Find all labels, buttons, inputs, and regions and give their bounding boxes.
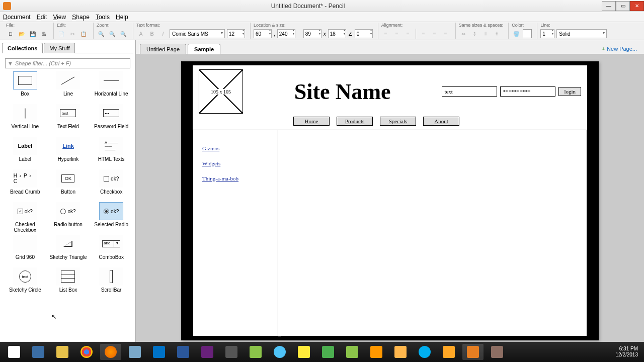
task-dw[interactable]: [317, 344, 339, 360]
canvas-page[interactable]: 105 x 105 Site Name text ********** logi…: [181, 61, 599, 340]
task-app5[interactable]: [438, 344, 459, 360]
image-placeholder[interactable]: 105 x 105: [199, 69, 243, 114]
shape-label[interactable]: Label Label: [4, 137, 46, 167]
shape-selected-radio[interactable]: ok? Selected Radio: [90, 202, 132, 233]
shape-text-field[interactable]: text Text Field: [47, 104, 90, 135]
task-app6[interactable]: [487, 344, 508, 360]
nav-home[interactable]: Home: [293, 117, 330, 126]
task-chrome[interactable]: [76, 344, 97, 360]
task-app4[interactable]: [390, 344, 411, 360]
side-column[interactable]: GizmosWidgetsThing-a-ma-bob: [193, 130, 278, 336]
task-snip[interactable]: [124, 344, 145, 360]
align-bottom-icon[interactable]: ≡: [441, 29, 450, 38]
tab-collections[interactable]: Collections: [2, 43, 43, 53]
same-width-icon[interactable]: ⇔: [459, 29, 468, 38]
menu-document[interactable]: Document: [3, 14, 31, 21]
shape-filter-input[interactable]: ▼ Shape filter... (Ctrl + F): [5, 58, 130, 68]
start-button[interactable]: [4, 344, 25, 360]
site-name-label[interactable]: Site Name: [253, 79, 432, 105]
task-notes[interactable]: [293, 344, 314, 360]
task-vscode[interactable]: [197, 344, 218, 360]
shape-box[interactable]: Box: [4, 71, 46, 102]
task-pencil[interactable]: [462, 344, 484, 360]
username-field[interactable]: text: [442, 86, 497, 97]
color-swatch[interactable]: [523, 29, 532, 38]
shape-scrollbar[interactable]: ScrollBar: [90, 267, 132, 298]
task-firefox[interactable]: [100, 344, 121, 360]
close-button[interactable]: ✕: [630, 1, 644, 11]
menu-help[interactable]: Help: [116, 14, 128, 21]
new-file-icon[interactable]: 🗋: [6, 29, 15, 38]
login-button[interactable]: login: [558, 87, 581, 96]
align-top-icon[interactable]: ≡: [419, 29, 428, 38]
align-middle-icon[interactable]: ≡: [430, 29, 439, 38]
zoom-reset-icon[interactable]: 🔍: [119, 29, 128, 38]
shape-checked-checkbox[interactable]: ✓ok? Checked Checkbox: [4, 202, 46, 233]
task-app2[interactable]: [245, 344, 266, 360]
tab-mystuff[interactable]: My Stuff: [44, 43, 75, 53]
nav-products[interactable]: Products: [337, 117, 373, 126]
minimize-button[interactable]: —: [602, 1, 616, 11]
menu-shape[interactable]: Shape: [72, 14, 90, 21]
size-w-spin[interactable]: 89: [303, 29, 321, 38]
bold-icon[interactable]: B: [147, 29, 156, 38]
shape-horizontal-line[interactable]: Horizontal Line: [90, 71, 132, 102]
shape-hyperlink[interactable]: Link Hyperlink: [47, 137, 90, 167]
shape-button[interactable]: OK Button: [47, 169, 90, 200]
task-browser[interactable]: [269, 344, 290, 360]
space-h-icon[interactable]: ⫴: [481, 29, 490, 38]
shape-sketchy-triangle[interactable]: Sketchy Triangle: [47, 235, 90, 265]
shape-list[interactable]: Box Line Horizontal Line Vertical Line t…: [2, 71, 133, 341]
sidelink-thing-a-ma-bob[interactable]: Thing-a-ma-bob: [202, 175, 269, 182]
rot-spin[interactable]: 0: [355, 29, 373, 38]
maximize-button[interactable]: ▭: [616, 1, 630, 11]
print-icon[interactable]: 🖶: [39, 29, 48, 38]
shape-password-field[interactable]: ••• Password Field: [90, 104, 132, 135]
font-size-spin[interactable]: 12: [227, 29, 245, 38]
space-v-icon[interactable]: ⫵: [492, 29, 501, 38]
shape-line[interactable]: Line: [47, 71, 90, 102]
password-field[interactable]: **********: [500, 86, 555, 97]
fill-icon[interactable]: 🪣: [512, 29, 521, 38]
zoom-in-icon[interactable]: 🔍: [97, 29, 106, 38]
page-tab-untitled[interactable]: Untitled Page: [140, 44, 186, 54]
menu-edit[interactable]: Edit: [37, 14, 47, 21]
line-width-spin[interactable]: 1: [540, 29, 554, 38]
sidelink-widgets[interactable]: Widgets: [202, 160, 269, 166]
align-center-icon[interactable]: ≡: [392, 29, 401, 38]
shape-vertical-line[interactable]: Vertical Line: [4, 104, 46, 135]
shape-list-box[interactable]: List Box: [47, 267, 90, 298]
canvas-viewport[interactable]: 105 x 105 Site Name text ********** logi…: [136, 54, 644, 342]
save-file-icon[interactable]: 💾: [28, 29, 37, 38]
shape-html-texts[interactable]: A———————— HTML Texts: [90, 137, 132, 167]
menu-tools[interactable]: Tools: [96, 14, 110, 21]
task-files[interactable]: [52, 344, 73, 360]
task-word[interactable]: [173, 344, 194, 360]
menu-view[interactable]: View: [53, 14, 66, 21]
nav-specials[interactable]: Specials: [380, 117, 416, 126]
cut-icon[interactable]: ✂: [68, 29, 77, 38]
align-right-icon[interactable]: ≡: [404, 29, 413, 38]
text-color-icon[interactable]: A: [136, 29, 145, 38]
taskbar[interactable]: 6:31 PM 12/2/2013: [0, 342, 644, 362]
size-h-spin[interactable]: 18: [328, 29, 346, 38]
shape-grid-960[interactable]: Grid 960: [4, 235, 46, 265]
italic-icon[interactable]: I: [158, 29, 168, 38]
copy-icon[interactable]: 📄: [57, 29, 66, 38]
task-app1[interactable]: [221, 344, 242, 360]
system-tray[interactable]: 6:31 PM 12/2/2013: [616, 346, 642, 358]
shape-radio-button[interactable]: ok? Radio button: [47, 202, 90, 233]
new-page-button[interactable]: + New Page...: [599, 44, 640, 54]
page-tab-sample[interactable]: Sample: [188, 44, 220, 54]
shape-bread-crumb[interactable]: H › P › C Bread Crumb: [4, 169, 46, 200]
nav-about[interactable]: About: [423, 117, 459, 126]
line-style-combo[interactable]: Solid: [556, 29, 607, 38]
shape-combobox[interactable]: abc▾ ComboBox: [90, 235, 132, 265]
task-app3[interactable]: [366, 344, 387, 360]
zoom-out-icon[interactable]: 🔍: [108, 29, 117, 38]
paste-icon[interactable]: 📋: [79, 29, 88, 38]
task-skype[interactable]: [414, 344, 435, 360]
shape-sketchy-circle[interactable]: text Sketchy Circle: [4, 267, 46, 298]
loc-y-spin[interactable]: 240: [277, 29, 295, 38]
shape-checkbox[interactable]: ok? Checkbox: [90, 169, 132, 200]
